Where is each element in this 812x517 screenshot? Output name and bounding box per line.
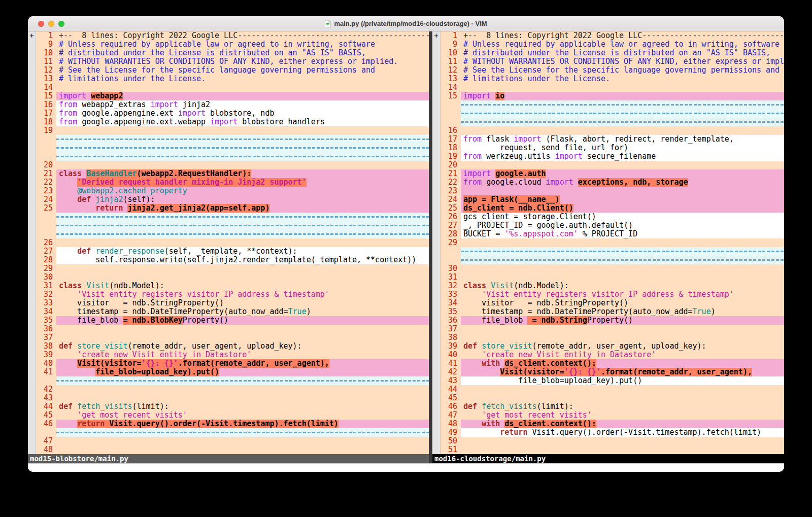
code-line[interactable]: 16 [441,126,784,135]
code-line[interactable]: 38def store_visit(remote_addr, user_agen… [36,342,429,351]
minimize-button[interactable] [48,21,54,27]
code-line[interactable]: 9# Unless required by applicable law or … [36,40,429,49]
code-line[interactable]: 35 file_blob = ndb.BlobKeyProperty() [36,316,429,325]
code-line[interactable]: 15import webapp2 [36,92,429,100]
code-line[interactable]: 23 @webapp2.cached_property [36,187,429,195]
code-line[interactable]: 17from flask import (Flask, abort, redir… [441,135,784,144]
diff-filler-line[interactable] [36,230,429,238]
code-line[interactable]: 25ds_client = ndb.Client() [441,204,784,213]
title-bar[interactable]: main.py (/private/tmp/mod16-cloudstorage… [28,16,784,31]
code-line[interactable]: 35 timestamp = ndb.DateTimeProperty(auto… [441,307,784,316]
code-line[interactable]: 39 'create new Visit entity in Datastore… [36,351,429,359]
code-line[interactable]: 10# distributed under the License is dis… [36,49,429,57]
fold-column[interactable]: + [432,31,441,454]
code-line[interactable]: 14 [441,83,784,92]
code-line[interactable]: 49 return Visit.query().order(-Visit.tim… [441,428,784,437]
code-line[interactable]: 48 [36,445,429,454]
code-line[interactable]: 47 'get most recent visits' [441,411,784,420]
code-line[interactable]: 33 'Visit entity registers visitor IP ad… [441,290,784,299]
code-line[interactable]: 50 [441,437,784,445]
code-line[interactable]: 31class Visit(ndb.Model): [36,282,429,290]
code-line[interactable]: 29 [441,238,784,247]
code-line[interactable]: 46def fetch_visits(limit): [441,402,784,411]
fold-toggle-icon[interactable]: + [29,31,33,40]
code-line[interactable]: 14 [36,83,429,92]
code-line[interactable]: 48 with ds_client.context(): [441,420,784,428]
code-line[interactable]: 19 [36,126,429,135]
code-line[interactable]: 27 def render_response(self, _template, … [36,247,429,256]
code-line[interactable]: 20 [36,161,429,169]
diff-filler-line[interactable] [36,152,429,161]
code-buffer-right[interactable]: 1+-- 8 lines: Copyright 2022 Google LLC-… [441,31,784,454]
code-line[interactable]: 36 file_blob = ndb.StringProperty() [441,316,784,325]
code-line[interactable]: 22from google.cloud import exceptions, n… [441,178,784,187]
code-line[interactable]: 12# See the License for the specific lan… [36,66,429,75]
diff-filler-line[interactable] [36,144,429,152]
code-line[interactable]: 21class BaseHandler(webapp2.RequestHandl… [36,169,429,178]
code-line[interactable]: 37 [36,333,429,342]
code-line[interactable]: 45 [441,394,784,402]
split-divider[interactable] [429,31,432,463]
code-line[interactable]: 47 [36,437,429,445]
code-line[interactable]: 28BUCKET = '%s.appspot.com' % PROJECT_ID [441,230,784,238]
code-line[interactable]: 16from webapp2_extras import jinja2 [36,100,429,109]
code-line[interactable]: 19from werkzeug.utils import secure_file… [441,152,784,161]
close-button[interactable] [38,21,44,27]
code-line[interactable]: 21import google.auth [441,169,784,178]
code-line[interactable]: 38 [441,333,784,342]
code-line[interactable]: 44 [441,385,784,394]
diff-filler-line[interactable] [441,109,784,118]
code-line[interactable]: 12# See the License for the specific lan… [441,66,784,75]
code-line[interactable]: 42 [36,385,429,394]
code-line[interactable]: 34 timestamp = ndb.DateTimeProperty(auto… [36,307,429,316]
code-line[interactable]: 11# WITHOUT WARRANTIES OR CONDITIONS OF … [36,57,429,66]
code-line[interactable]: 39def store_visit(remote_addr, user_agen… [441,342,784,351]
code-line[interactable]: 42 Visit(visitor='{}: {}'.format(remote_… [441,368,784,376]
code-line[interactable]: 32class Visit(ndb.Model): [441,282,784,290]
diff-filler-line[interactable] [441,256,784,264]
diff-filler-line[interactable] [36,221,429,230]
code-line[interactable]: 27_, PROJECT_ID = google.auth.default() [441,221,784,230]
code-line[interactable]: 43 file_blob=upload_key).put() [441,376,784,385]
horizontal-scrollbar[interactable] [28,463,784,472]
diff-filler-line[interactable] [441,247,784,256]
code-line[interactable]: 17from google.appengine.ext import blobs… [36,109,429,118]
code-line[interactable]: 40 Visit(visitor='{}: {}'.format(remote_… [36,359,429,368]
code-line[interactable]: 13# limitations under the License. [36,75,429,83]
code-line[interactable]: 36 [36,325,429,333]
code-line[interactable]: 32 'Visit entity registers visitor IP ad… [36,290,429,299]
code-line[interactable]: 44def fetch_visits(limit): [36,402,429,411]
code-line[interactable]: 26 [36,238,429,247]
folded-line[interactable]: 1+-- 8 lines: Copyright 2022 Google LLC-… [36,31,429,40]
code-line[interactable]: 30 [36,273,429,282]
diff-filler-line[interactable] [36,428,429,437]
code-line[interactable]: 9# Unless required by applicable law or … [441,40,784,49]
code-line[interactable]: 20 [441,161,784,169]
code-line[interactable]: 46 return Visit.query().order(-Visit.tim… [36,420,429,428]
code-line[interactable]: 34 visitor = ndb.StringProperty() [441,299,784,307]
code-line[interactable]: 18from google.appengine.ext.webapp impor… [36,118,429,126]
diff-filler-line[interactable] [36,135,429,144]
code-line[interactable]: 18 request, send_file, url_for) [441,144,784,152]
code-line[interactable]: 29 [36,264,429,273]
diff-filler-line[interactable] [36,213,429,221]
fold-toggle-icon[interactable]: + [434,31,438,40]
code-line[interactable]: 45 'get most recent visits' [36,411,429,420]
code-line[interactable]: 31 [441,273,784,282]
diff-filler-line[interactable] [36,376,429,385]
code-line[interactable]: 41 file_blob=upload_key).put() [36,368,429,376]
code-line[interactable]: 41 with ds_client.context(): [441,359,784,368]
code-line[interactable]: 13# limitations under the License. [441,75,784,83]
code-line[interactable]: 28 self.response.write(self.jinja2.rende… [36,256,429,264]
code-line[interactable]: 43 [36,394,429,402]
diff-filler-line[interactable] [441,118,784,126]
fold-column[interactable]: + [28,31,36,454]
code-line[interactable]: 26gcs_client = storage.Client() [441,213,784,221]
code-line[interactable]: 24 def jinja2(self): [36,195,429,204]
code-line[interactable]: 15import io [441,92,784,100]
code-line[interactable]: 33 visitor = ndb.StringProperty() [36,299,429,307]
code-line[interactable]: 23 [441,187,784,195]
code-line[interactable]: 37 [441,325,784,333]
folded-line[interactable]: 1+-- 8 lines: Copyright 2022 Google LLC-… [441,31,784,40]
code-line[interactable]: 25 return jinja2.get_jinja2(app=self.app… [36,204,429,213]
